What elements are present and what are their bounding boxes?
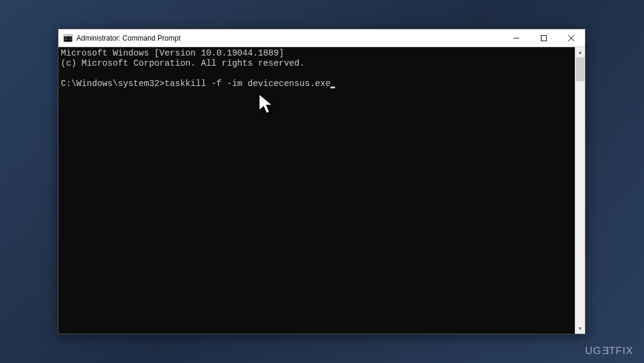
svg-text:C:\: C:\ [65,36,72,41]
terminal-line: (c) Microsoft Corporation. All rights re… [61,59,305,68]
window-title: Administrator: Command Prompt [76,34,503,42]
terminal-body: Microsoft Windows [Version 10.0.19044.18… [58,47,585,334]
watermark: UGETFIX [585,345,633,357]
watermark-text: TFIX [609,345,633,356]
terminal-prompt: C:\Windows\system32> [61,79,165,88]
watermark-text: UG [585,345,602,356]
watermark-text: E [602,345,609,357]
scrollbar[interactable]: ▲ ▼ [575,47,585,334]
close-button[interactable] [558,29,585,47]
maximize-button[interactable] [530,29,558,47]
scroll-up-arrow[interactable]: ▲ [575,47,585,57]
terminal-command: taskkill -f -im devicecensus.exe [165,79,330,88]
cmd-icon: C:\ [63,33,73,43]
svg-rect-4 [541,35,547,41]
command-prompt-window: C:\ Administrator: Command Prompt Micros… [58,29,586,334]
terminal-area[interactable]: Microsoft Windows [Version 10.0.19044.18… [58,47,575,334]
titlebar[interactable]: C:\ Administrator: Command Prompt [58,29,585,47]
terminal-line: Microsoft Windows [Version 10.0.19044.18… [61,48,284,58]
text-cursor [330,87,335,88]
scrollbar-thumb[interactable] [576,57,584,81]
scroll-down-arrow[interactable]: ▼ [575,324,585,334]
minimize-button[interactable] [503,29,530,47]
window-controls [503,29,585,47]
